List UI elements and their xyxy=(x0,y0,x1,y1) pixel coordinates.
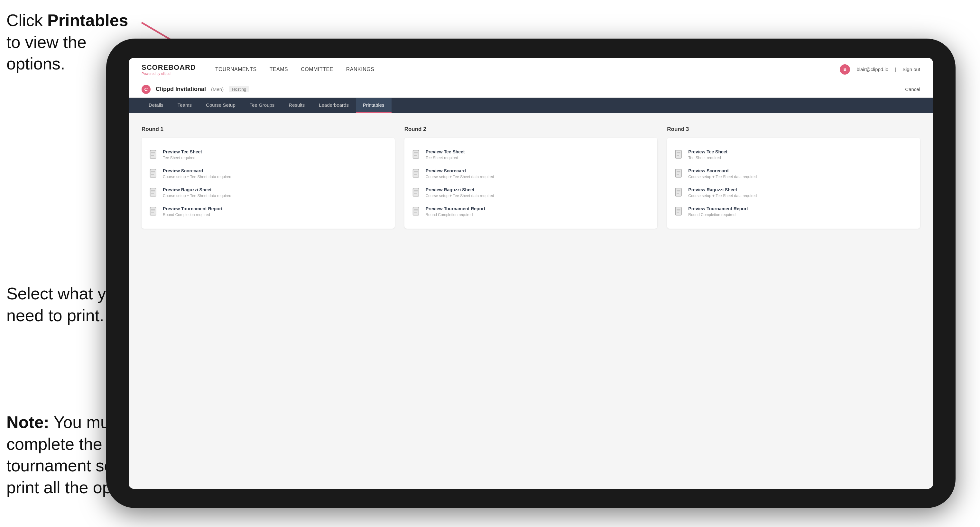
rounds-grid: Round 1 xyxy=(142,126,920,229)
round-1-tournament-report-sub: Round Completion required xyxy=(163,213,223,217)
round-1-scorecard-sub: Course setup + Tee Sheet data required xyxy=(163,175,231,179)
round-3-tournament-report[interactable]: Preview Tournament Report Round Completi… xyxy=(675,202,912,221)
round-1-tournament-report-title: Preview Tournament Report xyxy=(163,206,223,211)
tablet-screen: SCOREBOARD Powered by clippd TOURNAMENTS… xyxy=(129,58,933,489)
tab-leaderboards[interactable]: Leaderboards xyxy=(312,98,356,113)
round-1-tee-sheet-title: Preview Tee Sheet xyxy=(163,149,202,154)
nav-teams[interactable]: TEAMS xyxy=(270,67,288,72)
round-3-report-text: Preview Tournament Report Round Completi… xyxy=(688,206,748,217)
r3-scorecard-icon xyxy=(675,169,684,179)
r3-raguzzi-title: Preview Raguzzi Sheet xyxy=(688,187,757,192)
round-3-tee-sheet-text: Preview Tee Sheet Tee Sheet required xyxy=(688,149,727,160)
round-3-tee-sheet[interactable]: Preview Tee Sheet Tee Sheet required xyxy=(675,145,912,164)
top-nav-links: TOURNAMENTS TEAMS COMMITTEE RANKINGS xyxy=(215,67,374,72)
cancel-button[interactable]: Cancel xyxy=(905,86,920,92)
round-1-raguzzi-sub: Course setup + Tee Sheet data required xyxy=(163,194,231,198)
round-3-title: Round 3 xyxy=(667,126,920,132)
tournament-report-icon xyxy=(149,207,158,217)
round-1-title: Round 1 xyxy=(142,126,395,132)
round-2-raguzzi-text: Preview Raguzzi Sheet Course setup + Tee… xyxy=(426,187,494,198)
r3-tee-icon xyxy=(675,150,684,160)
round-1-raguzzi[interactable]: Preview Raguzzi Sheet Course setup + Tee… xyxy=(149,183,387,202)
r3-tee-sub: Tee Sheet required xyxy=(688,156,727,160)
round-1-scorecard[interactable]: Preview Scorecard Course setup + Tee She… xyxy=(149,164,387,183)
round-2-section: Round 2 Preview Tee Sheet Tee Sheet requ… xyxy=(404,126,658,229)
round-1-tee-sheet[interactable]: Preview Tee Sheet Tee Sheet required xyxy=(149,145,387,164)
round-1-raguzzi-text: Preview Raguzzi Sheet Course setup + Tee… xyxy=(163,187,231,198)
r3-report-sub: Round Completion required xyxy=(688,213,748,217)
r2-raguzzi-sub: Course setup + Tee Sheet data required xyxy=(426,194,494,198)
r2-report-title: Preview Tournament Report xyxy=(426,206,485,211)
tab-course-setup[interactable]: Course Setup xyxy=(199,98,243,113)
nav-right: B blair@clippd.io | Sign out xyxy=(840,64,920,75)
svg-rect-44 xyxy=(676,188,681,196)
svg-rect-20 xyxy=(413,150,418,158)
tab-details[interactable]: Details xyxy=(142,98,170,113)
round-2-raguzzi[interactable]: Preview Raguzzi Sheet Course setup + Tee… xyxy=(412,183,650,202)
tournament-header: C Clippd Invitational (Men) Hosting Canc… xyxy=(129,81,933,98)
svg-rect-28 xyxy=(413,188,418,196)
r2-report-sub: Round Completion required xyxy=(426,213,485,217)
nav-rankings[interactable]: RANKINGS xyxy=(346,67,374,72)
round-1-section: Round 1 xyxy=(142,126,395,229)
r2-raguzzi-title: Preview Raguzzi Sheet xyxy=(426,187,494,192)
round-1-scorecard-text: Preview Scorecard Course setup + Tee She… xyxy=(163,168,231,179)
round-2-scorecard[interactable]: Preview Scorecard Course setup + Tee She… xyxy=(412,164,650,183)
round-3-scorecard-text: Preview Scorecard Course setup + Tee She… xyxy=(688,168,757,179)
r2-tee-sub: Tee Sheet required xyxy=(426,156,465,160)
scoreboard-brand: SCOREBOARD Powered by clippd xyxy=(142,63,196,76)
round-3-scorecard[interactable]: Preview Scorecard Course setup + Tee She… xyxy=(675,164,912,183)
round-3-raguzzi[interactable]: Preview Raguzzi Sheet Course setup + Tee… xyxy=(675,183,912,202)
main-content: Round 1 xyxy=(129,113,933,489)
r2-tee-icon xyxy=(412,150,421,160)
svg-rect-12 xyxy=(150,188,156,196)
svg-rect-8 xyxy=(150,169,156,177)
clippd-logo: C xyxy=(142,85,151,94)
round-2-tournament-report[interactable]: Preview Tournament Report Round Completi… xyxy=(412,202,650,221)
top-nav: SCOREBOARD Powered by clippd TOURNAMENTS… xyxy=(129,58,933,81)
raguzzi-icon xyxy=(149,188,158,198)
tournament-division: (Men) xyxy=(211,86,224,92)
r2-scorecard-title: Preview Scorecard xyxy=(426,168,494,173)
nav-left: SCOREBOARD Powered by clippd TOURNAMENTS… xyxy=(142,63,374,76)
sign-out-link[interactable]: Sign out xyxy=(902,67,920,72)
tab-tee-groups[interactable]: Tee Groups xyxy=(243,98,282,113)
round-3-raguzzi-text: Preview Raguzzi Sheet Course setup + Tee… xyxy=(688,187,757,198)
brand-sub: Powered by clippd xyxy=(142,72,196,76)
svg-rect-32 xyxy=(413,207,418,215)
nav-committee[interactable]: COMMITTEE xyxy=(301,67,333,72)
tab-teams[interactable]: Teams xyxy=(170,98,199,113)
r2-scorecard-icon xyxy=(412,169,421,179)
nav-tournaments[interactable]: TOURNAMENTS xyxy=(215,67,257,72)
round-2-scorecard-text: Preview Scorecard Course setup + Tee She… xyxy=(426,168,494,179)
tab-results[interactable]: Results xyxy=(282,98,312,113)
round-1-tee-sheet-text: Preview Tee Sheet Tee Sheet required xyxy=(163,149,202,160)
r3-raguzzi-sub: Course setup + Tee Sheet data required xyxy=(688,194,757,198)
round-1-tournament-report-text: Preview Tournament Report Round Completi… xyxy=(163,206,223,217)
round-2-card: Preview Tee Sheet Tee Sheet required Pre… xyxy=(404,138,658,229)
round-2-tee-sheet[interactable]: Preview Tee Sheet Tee Sheet required xyxy=(412,145,650,164)
r3-report-icon xyxy=(675,207,684,217)
round-1-tournament-report[interactable]: Preview Tournament Report Round Completi… xyxy=(149,202,387,221)
round-3-section: Round 3 Preview Tee Sheet Tee Sheet requ… xyxy=(667,126,920,229)
round-2-tee-sheet-text: Preview Tee Sheet Tee Sheet required xyxy=(426,149,465,160)
round-1-tee-sheet-sub: Tee Sheet required xyxy=(163,156,202,160)
tournament-name: Clippd Invitational xyxy=(156,86,206,93)
user-email: blair@clippd.io xyxy=(856,67,888,72)
r2-report-icon xyxy=(412,207,421,217)
tab-printables[interactable]: Printables xyxy=(356,98,391,113)
r3-scorecard-sub: Course setup + Tee Sheet data required xyxy=(688,175,757,179)
r2-tee-title: Preview Tee Sheet xyxy=(426,149,465,154)
svg-rect-4 xyxy=(150,150,156,158)
svg-rect-36 xyxy=(676,150,681,158)
sub-nav: Details Teams Course Setup Tee Groups Re… xyxy=(129,98,933,113)
round-1-scorecard-title: Preview Scorecard xyxy=(163,168,231,173)
r3-raguzzi-icon xyxy=(675,188,684,198)
r2-raguzzi-icon xyxy=(412,188,421,198)
round-2-report-text: Preview Tournament Report Round Completi… xyxy=(426,206,485,217)
round-2-title: Round 2 xyxy=(404,126,658,132)
pipe-separator: | xyxy=(895,67,896,72)
svg-rect-24 xyxy=(413,169,418,177)
round-1-card: Preview Tee Sheet Tee Sheet required xyxy=(142,138,395,229)
round-1-raguzzi-title: Preview Raguzzi Sheet xyxy=(163,187,231,192)
